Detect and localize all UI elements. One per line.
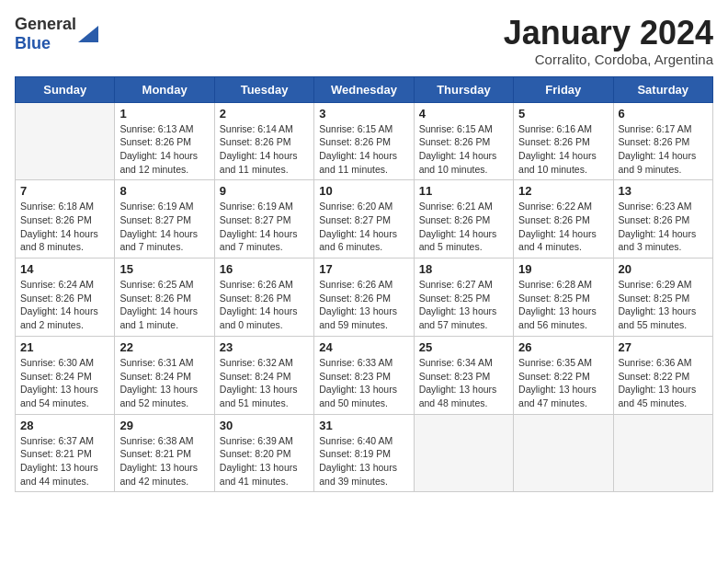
weekday-header-thursday: Thursday [414, 76, 513, 102]
calendar-week-3: 14Sunrise: 6:24 AM Sunset: 8:26 PM Dayli… [16, 259, 713, 337]
day-number: 10 [319, 184, 408, 198]
day-info: Sunrise: 6:23 AM Sunset: 8:26 PM Dayligh… [619, 200, 708, 254]
weekday-header-sunday: Sunday [16, 76, 115, 102]
calendar-cell: 11Sunrise: 6:21 AM Sunset: 8:26 PM Dayli… [414, 180, 513, 259]
calendar-title: January 2024 [504, 15, 713, 52]
day-number: 20 [619, 262, 708, 276]
day-info: Sunrise: 6:22 AM Sunset: 8:26 PM Dayligh… [518, 200, 608, 254]
day-number: 8 [119, 184, 209, 198]
day-number: 24 [319, 340, 408, 354]
calendar-cell: 4Sunrise: 6:15 AM Sunset: 8:26 PM Daylig… [414, 102, 513, 180]
svg-marker-0 [78, 26, 98, 42]
day-info: Sunrise: 6:33 AM Sunset: 8:23 PM Dayligh… [319, 356, 408, 410]
day-number: 11 [419, 184, 508, 198]
calendar-week-5: 28Sunrise: 6:37 AM Sunset: 8:21 PM Dayli… [16, 414, 713, 492]
calendar-cell: 10Sunrise: 6:20 AM Sunset: 8:27 PM Dayli… [314, 180, 414, 259]
calendar-cell: 19Sunrise: 6:28 AM Sunset: 8:25 PM Dayli… [514, 259, 613, 337]
calendar-cell: 12Sunrise: 6:22 AM Sunset: 8:26 PM Dayli… [514, 180, 613, 259]
day-info: Sunrise: 6:18 AM Sunset: 8:26 PM Dayligh… [20, 200, 109, 254]
day-info: Sunrise: 6:15 AM Sunset: 8:26 PM Dayligh… [319, 122, 408, 177]
calendar-cell: 20Sunrise: 6:29 AM Sunset: 8:25 PM Dayli… [613, 259, 712, 337]
day-info: Sunrise: 6:34 AM Sunset: 8:23 PM Dayligh… [419, 356, 508, 410]
day-number: 4 [419, 107, 508, 121]
day-info: Sunrise: 6:32 AM Sunset: 8:24 PM Dayligh… [220, 356, 309, 410]
day-number: 19 [518, 262, 608, 276]
day-info: Sunrise: 6:29 AM Sunset: 8:25 PM Dayligh… [619, 278, 708, 332]
day-number: 28 [20, 419, 109, 432]
day-info: Sunrise: 6:30 AM Sunset: 8:24 PM Dayligh… [20, 356, 109, 410]
day-number: 25 [419, 340, 508, 354]
day-number: 27 [619, 340, 708, 354]
day-number: 30 [220, 419, 309, 432]
calendar-cell [514, 414, 613, 492]
calendar-cell: 18Sunrise: 6:27 AM Sunset: 8:25 PM Dayli… [414, 259, 513, 337]
day-number: 22 [119, 340, 209, 354]
day-number: 7 [20, 184, 109, 198]
day-number: 6 [619, 107, 708, 121]
logo-blue: Blue [15, 34, 51, 52]
calendar-cell [16, 102, 115, 180]
day-info: Sunrise: 6:37 AM Sunset: 8:21 PM Dayligh… [20, 434, 109, 488]
calendar-week-2: 7Sunrise: 6:18 AM Sunset: 8:26 PM Daylig… [16, 180, 713, 259]
day-number: 26 [518, 340, 608, 354]
day-info: Sunrise: 6:27 AM Sunset: 8:25 PM Dayligh… [419, 278, 508, 332]
weekday-header-monday: Monday [115, 76, 214, 102]
day-info: Sunrise: 6:40 AM Sunset: 8:19 PM Dayligh… [319, 434, 408, 488]
weekday-header-friday: Friday [514, 76, 613, 102]
day-info: Sunrise: 6:36 AM Sunset: 8:22 PM Dayligh… [619, 356, 708, 410]
calendar-cell: 25Sunrise: 6:34 AM Sunset: 8:23 PM Dayli… [414, 336, 513, 414]
calendar-cell: 30Sunrise: 6:39 AM Sunset: 8:20 PM Dayli… [214, 414, 313, 492]
calendar-cell: 7Sunrise: 6:18 AM Sunset: 8:26 PM Daylig… [16, 180, 115, 259]
day-number: 23 [220, 340, 309, 354]
day-number: 16 [220, 262, 309, 276]
calendar-cell: 23Sunrise: 6:32 AM Sunset: 8:24 PM Dayli… [214, 336, 313, 414]
logo: General Blue [15, 15, 98, 53]
day-info: Sunrise: 6:16 AM Sunset: 8:26 PM Dayligh… [518, 122, 608, 177]
calendar-cell: 5Sunrise: 6:16 AM Sunset: 8:26 PM Daylig… [514, 102, 613, 180]
calendar-cell: 9Sunrise: 6:19 AM Sunset: 8:27 PM Daylig… [214, 180, 313, 259]
day-number: 1 [119, 107, 209, 121]
day-info: Sunrise: 6:26 AM Sunset: 8:26 PM Dayligh… [220, 278, 309, 332]
day-number: 5 [518, 107, 608, 121]
day-info: Sunrise: 6:25 AM Sunset: 8:26 PM Dayligh… [119, 278, 209, 332]
calendar-cell: 2Sunrise: 6:14 AM Sunset: 8:26 PM Daylig… [214, 102, 313, 180]
calendar-cell: 15Sunrise: 6:25 AM Sunset: 8:26 PM Dayli… [115, 259, 214, 337]
weekday-header-row: SundayMondayTuesdayWednesdayThursdayFrid… [16, 76, 713, 102]
day-info: Sunrise: 6:15 AM Sunset: 8:26 PM Dayligh… [419, 122, 508, 177]
day-number: 13 [619, 184, 708, 198]
day-number: 21 [20, 340, 109, 354]
logo-general: General [15, 15, 76, 33]
weekday-header-tuesday: Tuesday [214, 76, 313, 102]
calendar-cell: 14Sunrise: 6:24 AM Sunset: 8:26 PM Dayli… [16, 259, 115, 337]
day-number: 18 [419, 262, 508, 276]
calendar-cell [613, 414, 712, 492]
calendar-cell: 31Sunrise: 6:40 AM Sunset: 8:19 PM Dayli… [314, 414, 414, 492]
calendar-cell: 29Sunrise: 6:38 AM Sunset: 8:21 PM Dayli… [115, 414, 214, 492]
day-info: Sunrise: 6:35 AM Sunset: 8:22 PM Dayligh… [518, 356, 608, 410]
calendar-subtitle: Corralito, Cordoba, Argentina [504, 52, 713, 67]
day-number: 29 [119, 419, 209, 432]
day-number: 17 [319, 262, 408, 276]
calendar-cell: 1Sunrise: 6:13 AM Sunset: 8:26 PM Daylig… [115, 102, 214, 180]
calendar-cell: 28Sunrise: 6:37 AM Sunset: 8:21 PM Dayli… [16, 414, 115, 492]
title-section: January 2024 Corralito, Cordoba, Argenti… [504, 15, 713, 67]
calendar-cell: 16Sunrise: 6:26 AM Sunset: 8:26 PM Dayli… [214, 259, 313, 337]
calendar-cell: 17Sunrise: 6:26 AM Sunset: 8:26 PM Dayli… [314, 259, 414, 337]
calendar-cell: 3Sunrise: 6:15 AM Sunset: 8:26 PM Daylig… [314, 102, 414, 180]
calendar-week-1: 1Sunrise: 6:13 AM Sunset: 8:26 PM Daylig… [16, 102, 713, 180]
day-number: 14 [20, 262, 109, 276]
day-number: 3 [319, 107, 408, 121]
calendar-cell: 24Sunrise: 6:33 AM Sunset: 8:23 PM Dayli… [314, 336, 414, 414]
day-info: Sunrise: 6:20 AM Sunset: 8:27 PM Dayligh… [319, 200, 408, 254]
calendar-week-4: 21Sunrise: 6:30 AM Sunset: 8:24 PM Dayli… [16, 336, 713, 414]
day-info: Sunrise: 6:38 AM Sunset: 8:21 PM Dayligh… [119, 434, 209, 488]
calendar-cell: 27Sunrise: 6:36 AM Sunset: 8:22 PM Dayli… [613, 336, 712, 414]
page-header: General Blue January 2024 Corralito, Cor… [15, 15, 713, 67]
day-info: Sunrise: 6:24 AM Sunset: 8:26 PM Dayligh… [20, 278, 109, 332]
calendar-table: SundayMondayTuesdayWednesdayThursdayFrid… [15, 76, 713, 493]
day-info: Sunrise: 6:26 AM Sunset: 8:26 PM Dayligh… [319, 278, 408, 332]
day-number: 12 [518, 184, 608, 198]
calendar-cell: 6Sunrise: 6:17 AM Sunset: 8:26 PM Daylig… [613, 102, 712, 180]
calendar-cell: 8Sunrise: 6:19 AM Sunset: 8:27 PM Daylig… [115, 180, 214, 259]
day-info: Sunrise: 6:19 AM Sunset: 8:27 PM Dayligh… [119, 200, 209, 254]
